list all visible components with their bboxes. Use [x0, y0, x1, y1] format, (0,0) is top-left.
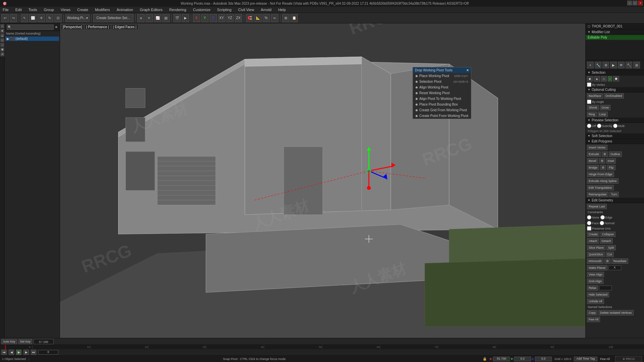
- edge-radio[interactable]: Edge: [600, 215, 612, 220]
- left-icon-5[interactable]: ○: [0, 43, 4, 47]
- next-frame-btn[interactable]: ▶: [23, 350, 29, 355]
- sel-border-btn[interactable]: ◇: [601, 76, 607, 81]
- grid-align-btn[interactable]: Grid Align: [587, 279, 603, 284]
- make-planar-btn[interactable]: Make Planar: [587, 265, 607, 270]
- left-icon-6[interactable]: ⬟: [0, 48, 4, 52]
- menu-arnold[interactable]: Arnold: [260, 8, 273, 12]
- timeline-track[interactable]: 0 10 20 30 40 50 60 70 80 90 100: [0, 345, 644, 349]
- by-angle-check[interactable]: By Angle: [586, 99, 644, 104]
- named-sel-btn[interactable]: ⊞: [282, 14, 289, 22]
- edit-triangulation-btn[interactable]: Edit Triangulation: [587, 185, 614, 190]
- face-radio[interactable]: Face: [587, 221, 599, 225]
- few-all-btn[interactable]: Few All: [587, 317, 600, 322]
- menu-views[interactable]: Views: [59, 8, 72, 12]
- soft-sel-header[interactable]: Soft Selection: [586, 133, 644, 139]
- ring-btn[interactable]: Ring: [587, 112, 597, 117]
- rp-hierarchy-tab[interactable]: ⚙: [602, 62, 609, 68]
- first-frame-btn[interactable]: ⏮: [1, 350, 7, 355]
- cut-btn[interactable]: Cut: [606, 252, 614, 257]
- menu-group[interactable]: Group: [42, 8, 55, 12]
- msmooth-settings-btn[interactable]: ⚙: [604, 258, 610, 264]
- scale-button[interactable]: ⊡: [54, 14, 62, 22]
- by-vertex-checkbox-input[interactable]: [587, 82, 591, 87]
- minimize-button[interactable]: ─: [627, 1, 632, 5]
- quickslice-btn[interactable]: QuickSlice: [587, 252, 605, 257]
- preserve-uvs-input[interactable]: [587, 226, 591, 231]
- spinner-snap[interactable]: ∞: [271, 14, 278, 22]
- selection-section-header[interactable]: Selection: [586, 70, 644, 75]
- menu-civil-view[interactable]: Civil View: [237, 8, 255, 12]
- view-align-btn[interactable]: View Align: [587, 272, 604, 277]
- popup-item-create-grid[interactable]: Create Grid From Working Pivot: [413, 107, 471, 113]
- slice-plane-btn[interactable]: Slice Plane: [587, 245, 605, 250]
- on-disabled-btn[interactable]: On/Disabled: [604, 93, 624, 99]
- menu-file[interactable]: File: [1, 8, 10, 12]
- timeline-add-keys-btn[interactable]: Auto Key: [1, 339, 17, 344]
- menu-customize[interactable]: Customize: [192, 8, 212, 12]
- redo-button[interactable]: ↪: [10, 14, 17, 22]
- command-panel-btn[interactable]: 📋: [290, 14, 298, 22]
- viewport-performance[interactable]: | Performance |: [85, 25, 110, 29]
- rp-utilities-tab[interactable]: 🔨: [626, 62, 632, 68]
- scene-search-box[interactable]: [7, 24, 54, 30]
- preview-sel-header[interactable]: Preview Selection: [586, 118, 644, 123]
- rotate-button[interactable]: ↻: [46, 14, 53, 22]
- popup-close-button[interactable]: ✕: [466, 68, 469, 72]
- render-button[interactable]: ▶: [182, 14, 189, 22]
- optional-cutting-header[interactable]: Optional Cutting: [586, 87, 644, 93]
- curve-editor-button[interactable]: 📈: [154, 14, 161, 22]
- menu-edit[interactable]: Edit: [14, 8, 23, 12]
- x-axis-btn[interactable]: X: [193, 14, 200, 22]
- extrude-along-spline-btn[interactable]: Extrude Along Spline: [587, 178, 619, 184]
- popup-item-align-working-pivot[interactable]: Align Working Pivot: [413, 84, 471, 90]
- workspace-dropdown[interactable]: Working Pi...▾: [65, 14, 90, 22]
- scene-search-input[interactable]: [8, 25, 53, 29]
- zx-axis-btn[interactable]: ZX: [235, 14, 242, 22]
- popup-item-selection-pivot[interactable]: Selection Pivot Alt+Shift+S: [413, 79, 471, 84]
- by-angle-input[interactable]: [587, 100, 591, 104]
- hide-selected-btn[interactable]: Hide Selected: [587, 292, 609, 297]
- hinge-from-edge-btn[interactable]: Hinge From Edge: [587, 172, 614, 177]
- select-button[interactable]: ↖: [21, 14, 28, 22]
- split-btn[interactable]: Split: [606, 245, 616, 250]
- viewport-edges[interactable]: | Edged Faces |: [112, 25, 138, 29]
- bridge-settings-btn[interactable]: ⚙: [600, 165, 606, 170]
- tessellate-btn[interactable]: Tessellate: [611, 258, 628, 264]
- menu-create[interactable]: Create: [76, 8, 90, 12]
- yz-axis-btn[interactable]: YZ: [226, 14, 234, 22]
- viewport-view[interactable]: [Perspective]: [61, 25, 84, 29]
- edit-poly-header[interactable]: Edit Polygons: [586, 139, 644, 144]
- move-button[interactable]: ✛: [38, 14, 45, 22]
- inset-btn[interactable]: Inset: [606, 158, 616, 164]
- turn-btn[interactable]: Turn: [609, 192, 619, 197]
- menu-help[interactable]: Help: [277, 8, 287, 12]
- grow-btn[interactable]: Grow: [600, 105, 611, 110]
- menu-scripting[interactable]: Scripting: [216, 8, 233, 12]
- left-icon-1[interactable]: +: [0, 24, 4, 28]
- timeline-set-key-btn[interactable]: Set Key: [18, 339, 33, 344]
- left-icon-2[interactable]: ◆: [0, 29, 4, 33]
- select-region-button[interactable]: ⬜: [29, 14, 37, 22]
- retriangulate-btn[interactable]: Retriangulate: [587, 192, 608, 197]
- relax-input[interactable]: [599, 286, 612, 290]
- bevel-settings-btn[interactable]: ⚙: [599, 158, 605, 164]
- prev-frame-btn[interactable]: ◀: [9, 350, 14, 355]
- x-input[interactable]: 81.700: [493, 357, 510, 361]
- popup-item-place-working-pivot[interactable]: Place Working Pivot Shift+Ctrl+: [413, 73, 471, 79]
- outline-btn[interactable]: Outline: [609, 152, 622, 157]
- rp-display-tab[interactable]: 👁: [618, 62, 625, 68]
- timeline-playhead[interactable]: [5, 345, 6, 349]
- tree-item-root[interactable]: ▶ ⬛ (default): [5, 37, 59, 41]
- modifier-list-header[interactable]: Modifier List: [586, 29, 644, 35]
- angle-snap[interactable]: 📐: [254, 14, 262, 22]
- viewport[interactable]: [Perspective] | Performance | | Edged Fa…: [60, 23, 585, 338]
- snap-toggle[interactable]: 🧲: [246, 14, 253, 22]
- shrink-btn[interactable]: Shrink: [587, 105, 599, 110]
- create-geom-btn[interactable]: Create: [587, 232, 599, 237]
- popup-item-reset-working-pivot[interactable]: Reset Working Pivot: [413, 90, 471, 96]
- repeat-last-btn[interactable]: Repeat Last: [587, 204, 607, 209]
- loop-btn[interactable]: Loop: [598, 112, 608, 117]
- rp-create-tab[interactable]: +: [587, 62, 594, 68]
- attach-btn[interactable]: Attach: [587, 238, 599, 244]
- relax-btn[interactable]: Relax: [587, 285, 598, 291]
